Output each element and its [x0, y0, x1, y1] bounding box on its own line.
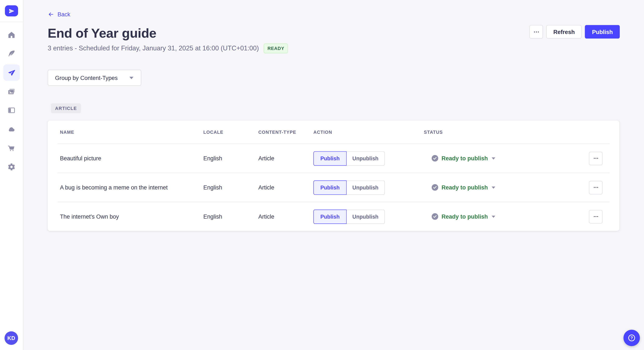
home-icon	[8, 31, 16, 39]
column-header-action: ACTION	[313, 130, 424, 134]
entry-content-type: Article	[258, 184, 313, 191]
entry-content-type: Article	[258, 213, 313, 220]
layout-panel-icon	[8, 106, 16, 114]
column-header-status: STATUS	[424, 130, 589, 134]
ellipsis-icon	[593, 156, 599, 161]
column-header-content-type: CONTENT-TYPE	[258, 130, 313, 134]
entry-status-dropdown[interactable]: Ready to publish	[432, 213, 496, 220]
ellipsis-icon	[533, 28, 540, 35]
group-by-select[interactable]: Group by Content-Types	[48, 70, 142, 86]
main-sidebar: KD	[0, 0, 24, 350]
chevron-down-icon	[129, 76, 134, 79]
main-content: Back End of Year guide 3 entries - Sched…	[24, 0, 644, 350]
table-row: The internet's Own boy English Article P…	[48, 202, 620, 231]
group-by-value: Group by Content-Types	[55, 74, 118, 81]
row-menu-button[interactable]	[589, 152, 603, 165]
column-header-locale: LOCALE	[204, 130, 258, 134]
header-left: End of Year guide 3 entries - Scheduled …	[48, 25, 288, 53]
sidebar-item-media[interactable]	[3, 83, 20, 100]
caret-down-icon	[491, 157, 496, 160]
media-library-icon	[8, 87, 16, 96]
entry-locale: English	[204, 155, 258, 162]
action-toggle: Publish Unpublish	[313, 209, 384, 224]
release-more-button[interactable]	[530, 25, 543, 39]
unpublish-toggle-button[interactable]: Unpublish	[347, 180, 384, 195]
sidebar-item-cloud[interactable]	[3, 121, 20, 137]
publish-toggle-button[interactable]: Publish	[313, 151, 346, 166]
sidebar-item-builder[interactable]	[3, 102, 20, 118]
back-label: Back	[58, 11, 70, 18]
action-toggle: Publish Unpublish	[313, 151, 384, 166]
row-menu-button[interactable]	[589, 181, 603, 194]
entry-name: The internet's Own boy	[60, 213, 204, 220]
sidebar-item-releases[interactable]	[3, 64, 20, 81]
table-row: A bug is becoming a meme on the internet…	[48, 173, 620, 202]
entry-status-dropdown[interactable]: Ready to publish	[432, 184, 496, 191]
entry-status-label: Ready to publish	[442, 213, 488, 220]
release-subtitle: 3 entries - Scheduled for Friday, Januar…	[48, 45, 259, 52]
feather-icon	[8, 49, 16, 58]
entries-table: NAME LOCALE CONTENT-TYPE ACTION STATUS B…	[48, 121, 620, 231]
publish-toggle-button[interactable]: Publish	[313, 180, 346, 195]
check-circle-icon	[432, 184, 438, 191]
help-button[interactable]: ?	[624, 330, 640, 346]
entry-name: A bug is becoming a meme on the internet	[60, 184, 204, 191]
entry-status-label: Ready to publish	[442, 184, 488, 191]
sidebar-item-content[interactable]	[3, 45, 20, 62]
gear-icon	[8, 163, 16, 171]
status-badge: READY	[264, 43, 288, 53]
header-actions: Refresh Publish	[530, 25, 620, 39]
sidebar-item-marketplace[interactable]	[3, 140, 20, 156]
question-circle-icon: ?	[628, 334, 636, 342]
check-circle-icon	[432, 155, 438, 162]
refresh-button[interactable]: Refresh	[546, 25, 582, 39]
paper-plane-icon	[8, 68, 16, 77]
entry-name: Beautiful picture	[60, 155, 204, 162]
page-title: End of Year guide	[48, 25, 288, 41]
entry-status-label: Ready to publish	[442, 155, 488, 162]
sidebar-item-home[interactable]	[3, 26, 20, 43]
unpublish-toggle-button[interactable]: Unpublish	[347, 151, 384, 166]
unpublish-toggle-button[interactable]: Unpublish	[347, 209, 384, 224]
entry-status-dropdown[interactable]: Ready to publish	[432, 155, 496, 162]
entry-content-type: Article	[258, 155, 313, 162]
action-toggle: Publish Unpublish	[313, 180, 384, 195]
ellipsis-icon	[593, 214, 599, 219]
row-menu-button[interactable]	[589, 210, 603, 223]
sidebar-divider	[0, 22, 23, 22]
strapi-logo-icon	[8, 7, 15, 15]
ellipsis-icon	[593, 184, 599, 190]
content-type-group-label: ARTICLE	[51, 103, 81, 113]
check-circle-icon	[432, 213, 438, 220]
table-header-row: NAME LOCALE CONTENT-TYPE ACTION STATUS	[48, 121, 620, 144]
back-arrow-icon	[48, 11, 54, 18]
app-screen: KD Back End of Year guide 3 entries - Sc…	[0, 0, 644, 350]
help-question-mark: ?	[630, 336, 633, 340]
entry-locale: English	[204, 184, 258, 191]
table-row: Beautiful picture English Article Publis…	[48, 144, 620, 173]
shopping-cart-icon	[8, 144, 16, 152]
back-link[interactable]: Back	[48, 11, 70, 18]
strapi-logo[interactable]	[5, 5, 18, 16]
user-avatar[interactable]: KD	[4, 331, 18, 345]
cloud-icon	[8, 125, 16, 133]
entry-locale: English	[204, 213, 258, 220]
sidebar-item-settings[interactable]	[3, 159, 20, 175]
caret-down-icon	[491, 186, 496, 189]
publish-release-button[interactable]: Publish	[585, 25, 620, 39]
publish-toggle-button[interactable]: Publish	[313, 209, 346, 224]
caret-down-icon	[491, 215, 496, 218]
column-header-name: NAME	[60, 130, 204, 134]
